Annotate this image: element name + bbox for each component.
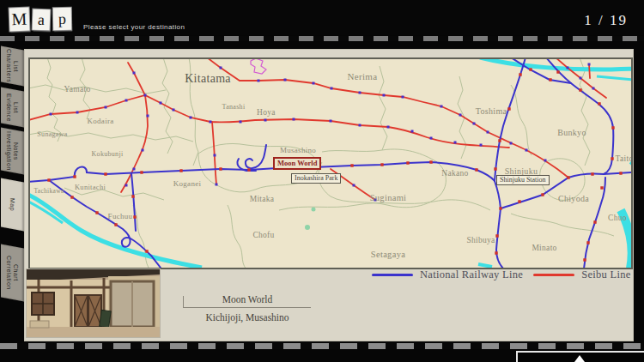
tab-label: List xyxy=(13,102,19,113)
tab-label: Investigation xyxy=(6,131,12,171)
district-label: Shibuya xyxy=(466,236,495,244)
district-label: Musashino xyxy=(280,146,316,154)
logo-letter-tile: p xyxy=(53,8,71,30)
destination-prompt: Please select your destination xyxy=(83,23,185,31)
sidebar-tab-evidence-list[interactable]: EvidenceList xyxy=(1,87,24,128)
district-label: Mitaka xyxy=(250,195,275,203)
district-label: Chuo xyxy=(608,214,627,222)
national-railway-lines xyxy=(30,59,631,268)
national-railway-line-label: National Railway Line xyxy=(420,268,523,281)
district-label: Yamato xyxy=(64,85,91,94)
map-legend: National Railway Line Seibu Line xyxy=(372,268,631,281)
district-label: Tanashi xyxy=(222,103,246,111)
district-label: Kokubunji xyxy=(92,150,124,158)
district-labels: Yamato Kitatama Sunagawa Kodaira Kokubun… xyxy=(33,71,631,259)
district-boundaries xyxy=(30,59,614,268)
district-label: Hoya xyxy=(257,108,276,117)
park-green xyxy=(305,225,310,230)
district-label: Bunkyo xyxy=(557,128,586,137)
marker-inokashira-park[interactable]: Inokashira Park xyxy=(291,173,341,184)
district-label: Taito xyxy=(616,154,631,163)
page-indicator: 1 / 19 xyxy=(584,12,628,29)
national-railway-line-swatch xyxy=(372,274,413,276)
district-label: Nerima xyxy=(348,71,378,81)
film-strip-bottom xyxy=(0,343,644,349)
destination-location: Kichijoji, Musashino xyxy=(167,312,328,323)
tab-label: Characters xyxy=(6,49,12,82)
sidebar-tab-characters-list[interactable]: CharactersList xyxy=(1,46,24,87)
game-screen: M a p Please select your destination 1 /… xyxy=(0,0,644,362)
up-triangle-icon xyxy=(574,355,585,362)
district-label: Suginami xyxy=(370,193,407,202)
sidebar-tab-investigation-notes[interactable]: InvestigationNotes xyxy=(1,128,24,175)
seibu-line-swatch xyxy=(533,274,574,276)
tab-label: Evidence xyxy=(6,94,12,122)
scroll-up-indicator[interactable] xyxy=(516,351,644,362)
tab-label: Correlation xyxy=(6,256,12,290)
seibu-line-label: Seibu Line xyxy=(581,268,631,281)
district-label: Chofu xyxy=(252,231,274,239)
tab-label: Chart xyxy=(13,264,19,281)
tab-label: List xyxy=(13,61,19,72)
map-logo: M a p xyxy=(9,8,71,31)
district-label: Toshima xyxy=(476,106,507,116)
district-label: Tachikawa xyxy=(33,187,64,195)
map-canvas: Yamato Kitatama Sunagawa Kodaira Kokubun… xyxy=(30,59,631,268)
marker-moon-world[interactable]: Moon World xyxy=(273,157,321,170)
river-water xyxy=(30,59,631,268)
logo-letter-tile: a xyxy=(33,9,51,31)
district-label: Koganei xyxy=(173,179,202,188)
tab-label: Map xyxy=(9,198,15,211)
sidebar-tab-map[interactable]: Map xyxy=(1,178,24,232)
district-label: Fuchuu xyxy=(108,212,133,220)
moon-world-photo xyxy=(27,269,160,337)
district-label: Setagaya xyxy=(371,250,405,259)
pond-outline xyxy=(251,59,266,74)
leader-line xyxy=(184,307,311,308)
district-label: Kodaira xyxy=(87,117,113,125)
marker-shinjuku-station[interactable]: Shinjuku Station xyxy=(496,175,550,185)
district-label: Nakano xyxy=(441,169,468,178)
logo-letter-tile: M xyxy=(9,8,30,32)
district-label: Minato xyxy=(532,244,556,252)
destination-photo xyxy=(27,269,160,337)
district-label: Sunagawa xyxy=(37,130,67,138)
tokyo-map[interactable]: Yamato Kitatama Sunagawa Kodaira Kokubun… xyxy=(28,57,633,269)
destination-name: Moon World xyxy=(184,294,311,305)
film-strip-top xyxy=(0,36,644,41)
top-bar: M a p Please select your destination 1 /… xyxy=(0,0,644,35)
district-label: Kunitachi xyxy=(75,183,106,191)
park-green xyxy=(312,208,316,212)
sidebar-tab-correlation-chart[interactable]: CorrelationChart xyxy=(1,244,24,302)
district-label: Chiyoda xyxy=(558,194,589,203)
district-label: Kitatama xyxy=(185,72,231,85)
tab-label: Notes xyxy=(13,142,19,160)
map-panel: Yamato Kitatama Sunagawa Kodaira Kokubun… xyxy=(24,49,634,341)
